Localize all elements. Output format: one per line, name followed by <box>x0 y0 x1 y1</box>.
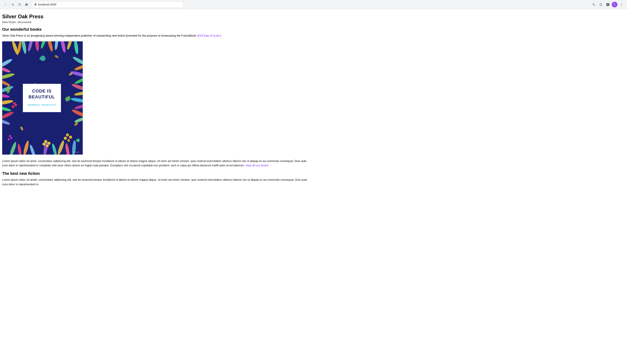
bookmark-button[interactable] <box>598 1 604 8</box>
book-cover: CODE IS BEAUTIFUL GENERAL PRODUCTS desig… <box>2 41 83 155</box>
zoom-button[interactable] <box>591 1 597 8</box>
book-cover-background: CODE IS BEAUTIFUL GENERAL PRODUCTS desig… <box>2 41 83 155</box>
svg-point-52 <box>9 135 11 137</box>
best-fiction-paragraph: Lorem ipsum dolor sit amiet, consectetur… <box>2 178 311 187</box>
view-all-link[interactable]: View all our books → <box>246 164 272 167</box>
svg-point-56 <box>46 145 49 147</box>
menu-button[interactable] <box>618 1 625 8</box>
nav-buttons <box>2 1 30 8</box>
svg-point-48 <box>67 139 70 142</box>
browser-actions: E <box>591 1 625 8</box>
svg-point-53 <box>44 140 47 143</box>
svg-text:GENERAL PRODUCTS: GENERAL PRODUCTS <box>28 104 56 106</box>
body-paragraph: Lorem ipsum dolor sit amet, consectetur … <box>2 159 311 168</box>
home-button[interactable] <box>23 1 30 8</box>
page-content: Silver Oak Press New fiction, discovered… <box>0 9 314 199</box>
svg-point-45 <box>66 133 69 137</box>
site-title: Silver Oak Press <box>2 13 311 20</box>
svg-point-51 <box>10 137 12 139</box>
lock-icon <box>34 3 37 6</box>
svg-point-55 <box>43 143 46 146</box>
url-text: localhost:4000 <box>38 3 56 6</box>
reload-button[interactable] <box>16 1 23 8</box>
svg-point-50 <box>8 138 10 140</box>
books-section-heading: Our wonderful books <box>2 27 311 32</box>
svg-text:design: design <box>73 151 79 153</box>
day-of-code-link[interactable]: 2019 Day of Code.] <box>197 34 221 37</box>
user-avatar[interactable]: E <box>612 2 618 7</box>
svg-point-47 <box>64 137 67 140</box>
svg-point-41 <box>12 105 14 108</box>
profile-icon-btn[interactable] <box>605 1 611 8</box>
intro-paragraph: Silver Oak Press is an [imaginary] award… <box>2 34 311 38</box>
back-button[interactable] <box>2 1 9 8</box>
svg-point-46 <box>69 136 72 139</box>
svg-point-54 <box>48 142 51 145</box>
intro-text-before: Silver Oak Press is an [imaginary] award… <box>2 34 197 37</box>
browser-chrome: localhost:4000 E <box>0 0 627 9</box>
site-tagline: New fiction, discovered <box>2 20 311 24</box>
flora-decoration: CODE IS BEAUTIFUL GENERAL PRODUCTS desig… <box>2 41 83 155</box>
forward-button[interactable] <box>9 1 16 8</box>
svg-text:BEAUTIFUL: BEAUTIFUL <box>29 95 55 99</box>
address-bar[interactable]: localhost:4000 <box>31 1 184 8</box>
svg-text:CODE IS: CODE IS <box>32 89 51 93</box>
best-fiction-heading: The best new fiction <box>2 171 311 176</box>
